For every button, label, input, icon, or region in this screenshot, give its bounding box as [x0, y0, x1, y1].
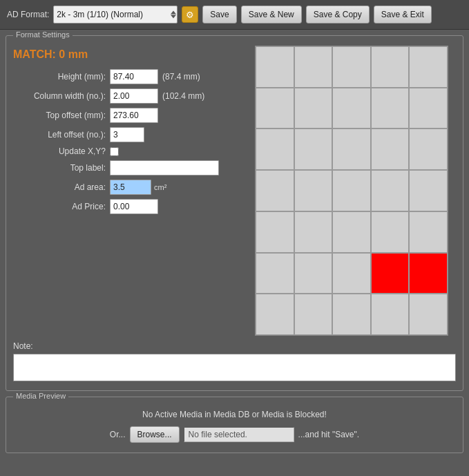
ad-area-row: Ad area: cm² — [13, 180, 248, 195]
grid-cell — [371, 211, 410, 253]
grid-cell — [371, 128, 410, 170]
or-label: Or... — [110, 430, 126, 439]
grid-cell — [371, 253, 410, 294]
grid-cell — [409, 46, 448, 88]
match-label: MATCH: 0 mm — [13, 48, 248, 61]
grid-cell — [294, 46, 333, 88]
ad-format-select[interactable]: 2k - 3m (1/10) (Normal) — [53, 6, 178, 23]
toolbar: AD Format: 2k - 3m (1/10) (Normal) ⚙ Sav… — [0, 0, 469, 30]
ad-price-label: Ad Price: — [13, 202, 110, 211]
grid-cell — [371, 170, 410, 211]
ad-area-input[interactable] — [110, 180, 151, 195]
left-offset-input[interactable] — [110, 127, 144, 142]
col-width-input[interactable] — [110, 88, 158, 104]
grid-cell — [332, 46, 371, 88]
settings-icon-button[interactable]: ⚙ — [182, 6, 198, 23]
top-offset-row: Top offset (mm): — [13, 108, 248, 123]
no-media-message: No Active Media in Media DB or Media is … — [13, 410, 456, 419]
no-file-label: No file selected. — [189, 430, 247, 439]
ad-grid — [255, 46, 448, 336]
grid-cell — [371, 88, 410, 129]
save-new-button[interactable]: Save & New — [241, 6, 302, 23]
save-exit-button[interactable]: Save & Exit — [374, 6, 432, 23]
grid-section — [255, 46, 456, 336]
top-offset-label: Top offset (mm): — [13, 111, 110, 120]
save-button[interactable]: Save — [202, 6, 236, 23]
note-section: Note: — [13, 341, 456, 383]
col-width-row: Column width (no.): (102.4 mm) — [13, 88, 248, 104]
media-preview-inner: No Active Media in Media DB or Media is … — [13, 403, 456, 446]
note-textarea[interactable] — [13, 354, 456, 381]
ad-price-row: Ad Price: — [13, 199, 248, 214]
grid-cell — [409, 88, 448, 129]
grid-cell — [409, 170, 448, 211]
grid-cell — [256, 294, 294, 335]
media-preview-panel: Media Preview No Active Media in Media D… — [6, 397, 463, 453]
grid-cell — [294, 294, 333, 335]
format-settings-panel: Format Settings MATCH: 0 mm Height (mm):… — [6, 35, 463, 391]
top-label-label: Top label: — [13, 163, 110, 173]
grid-cell — [256, 46, 294, 88]
grid-cell — [332, 253, 371, 294]
grid-cell — [256, 170, 294, 211]
file-display: No file selected. — [184, 427, 294, 442]
grid-cell — [332, 128, 371, 170]
grid-cell — [256, 88, 294, 129]
col-width-hint: (102.4 mm) — [162, 91, 204, 101]
note-label: Note: — [13, 341, 456, 351]
grid-cell — [294, 211, 333, 253]
col-width-label: Column width (no.): — [13, 91, 110, 101]
form-section: MATCH: 0 mm Height (mm): (87.4 mm) Colum… — [13, 46, 248, 336]
update-xy-checkbox[interactable] — [110, 147, 119, 156]
height-input[interactable] — [110, 69, 158, 84]
grid-cell — [409, 253, 448, 294]
update-xy-label: Update X,Y? — [13, 146, 110, 156]
grid-cell — [371, 294, 410, 335]
browse-button[interactable]: Browse... — [130, 426, 180, 443]
save-hint: ...and hit "Save". — [298, 430, 360, 439]
grid-cell — [256, 211, 294, 253]
ad-area-unit: cm² — [154, 183, 166, 191]
save-copy-button[interactable]: Save & Copy — [306, 6, 370, 23]
grid-cell — [409, 211, 448, 253]
grid-cell — [332, 211, 371, 253]
grid-cell — [332, 294, 371, 335]
grid-cell — [294, 88, 333, 129]
left-offset-row: Left offset (no.): — [13, 127, 248, 142]
ad-price-input[interactable] — [110, 199, 158, 214]
grid-cell — [409, 128, 448, 170]
format-settings-inner: MATCH: 0 mm Height (mm): (87.4 mm) Colum… — [13, 46, 456, 336]
grid-cell — [256, 253, 294, 294]
browse-row: Or... Browse... No file selected. ...and… — [13, 426, 456, 443]
ad-area-label: Ad area: — [13, 182, 110, 192]
format-settings-legend: Format Settings — [13, 30, 73, 39]
top-label-input[interactable] — [110, 160, 219, 175]
top-label-row: Top label: — [13, 160, 248, 175]
left-offset-label: Left offset (no.): — [13, 130, 110, 140]
grid-cell — [332, 170, 371, 211]
update-xy-row: Update X,Y? — [13, 146, 248, 156]
top-offset-input[interactable] — [110, 108, 158, 123]
gear-icon: ⚙ — [186, 10, 194, 20]
media-preview-legend: Media Preview — [13, 392, 68, 400]
grid-cell — [371, 46, 410, 88]
ad-format-label: AD Format: — [7, 10, 49, 19]
main-content: Format Settings MATCH: 0 mm Height (mm):… — [0, 30, 469, 459]
height-hint: (87.4 mm) — [162, 72, 200, 82]
height-row: Height (mm): (87.4 mm) — [13, 69, 248, 84]
height-label: Height (mm): — [13, 72, 110, 82]
grid-cell — [294, 128, 333, 170]
ad-format-wrapper: 2k - 3m (1/10) (Normal) — [53, 6, 178, 23]
grid-cell — [294, 253, 333, 294]
grid-cell — [256, 128, 294, 170]
grid-cell — [332, 88, 371, 129]
grid-cell — [294, 170, 333, 211]
grid-cell — [409, 294, 448, 335]
